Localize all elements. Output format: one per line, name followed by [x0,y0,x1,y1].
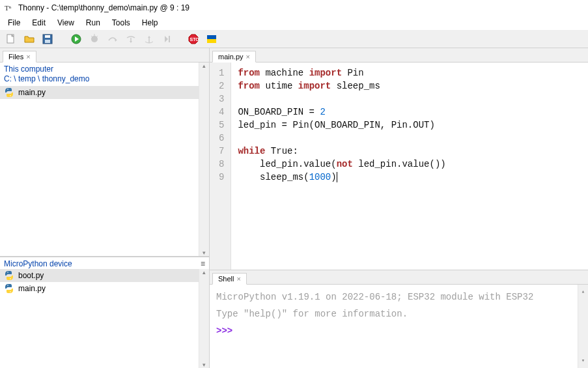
shell-banner-2: Type "help()" for more information. [216,307,581,321]
main-area: Files × This computer C: \ temp \ thonny… [0,48,588,368]
tab-shell[interactable]: Shell × [212,273,247,285]
svg-text:Tⁿ: Tⁿ [5,4,12,12]
shell-prompt: >>> [216,326,232,336]
menu-edit[interactable]: Edit [27,17,51,29]
title-bar: Tⁿ Thonny - C:\temp\thonny_demo\main.py … [0,0,588,16]
files-panel: Files × This computer C: \ temp \ thonny… [0,48,209,257]
close-icon[interactable]: × [246,53,250,61]
step-out-button[interactable] [142,32,156,46]
menu-help[interactable]: Help [137,17,163,29]
svg-rect-22 [207,35,216,39]
save-file-button[interactable] [40,32,55,46]
svg-point-28 [7,285,8,286]
menu-view[interactable]: View [52,17,79,29]
editor-panel: main.py × 123456789 from machine import … [210,48,588,270]
device-label: MicroPython device [4,259,72,268]
computer-file-list: main.py [0,86,209,99]
svg-line-12 [96,36,98,37]
tab-editor-file[interactable]: main.py × [212,51,256,63]
resume-button[interactable] [160,32,175,46]
svg-point-29 [10,291,11,292]
file-name: main.py [18,88,46,97]
svg-point-25 [10,95,11,96]
svg-line-11 [91,36,92,37]
this-computer-header[interactable]: This computer [0,63,209,74]
shell-panel: Shell × MicroPython v1.19.1 on 2022-06-1… [210,270,588,368]
left-column: Files × This computer C: \ temp \ thonny… [0,48,210,368]
thonny-icon: Tⁿ [4,3,14,13]
tab-files-label: Files [8,53,23,61]
svg-rect-6 [45,40,50,43]
device-header[interactable]: MicroPython device [0,257,209,269]
tab-shell-label: Shell [218,275,234,283]
file-row[interactable]: main.py [0,282,209,295]
svg-point-26 [7,272,8,273]
shell-tabs: Shell × [210,270,588,285]
run-button[interactable] [69,32,83,46]
breadcrumb[interactable]: C: \ temp \ thonny_demo [0,74,209,86]
device-file-list: boot.pymain.py [0,269,209,295]
menu-file[interactable]: File [3,17,25,29]
menu-bar: FileEditViewRunToolsHelp [0,16,588,30]
line-number-gutter: 123456789 [210,63,231,270]
close-icon[interactable]: × [26,53,30,61]
menu-run[interactable]: Run [81,17,105,29]
file-name: main.py [18,284,46,293]
tab-editor-label: main.py [218,53,244,61]
new-file-button[interactable] [4,32,18,46]
shell-banner-1: MicroPython v1.19.1 on 2022-06-18; ESP32… [216,290,581,304]
step-over-button[interactable] [105,32,120,46]
support-ukraine-button[interactable] [204,32,219,46]
svg-rect-5 [45,35,50,38]
svg-text:STOP: STOP [190,37,199,42]
open-file-button[interactable] [22,32,36,46]
scrollbar[interactable] [199,63,209,256]
toolbar: STOP [0,30,588,48]
stop-button[interactable]: STOP [186,32,201,46]
device-panel: MicroPython device boot.pymain.py [0,257,209,368]
close-icon[interactable]: × [236,275,240,283]
scrollbar[interactable] [199,269,209,368]
svg-marker-15 [130,41,132,43]
this-computer-label: This computer [4,64,53,74]
shell-body[interactable]: MicroPython v1.19.1 on 2022-06-18; ESP32… [210,285,588,368]
scrollbar[interactable] [578,285,588,368]
svg-point-27 [10,278,11,279]
svg-marker-17 [148,36,150,38]
right-column: main.py × 123456789 from machine import … [210,48,588,368]
file-name: boot.py [18,271,44,280]
svg-marker-18 [165,36,168,42]
svg-point-24 [7,89,8,90]
svg-rect-23 [207,39,216,43]
code-content[interactable]: from machine import Pinfrom utime import… [231,63,452,270]
step-into-button[interactable] [124,32,138,46]
svg-rect-19 [169,36,170,42]
debug-button[interactable] [87,32,102,46]
file-row[interactable]: main.py [0,86,209,99]
menu-tools[interactable]: Tools [107,17,135,29]
files-panel-tabs: Files × [0,48,209,63]
window-title: Thonny - C:\temp\thonny_demo\main.py @ 9… [18,3,189,12]
file-row[interactable]: boot.py [0,269,209,282]
editor-area[interactable]: 123456789 from machine import Pinfrom ut… [210,63,588,270]
tab-files[interactable]: Files × [3,51,36,63]
editor-tabs: main.py × [210,48,588,63]
